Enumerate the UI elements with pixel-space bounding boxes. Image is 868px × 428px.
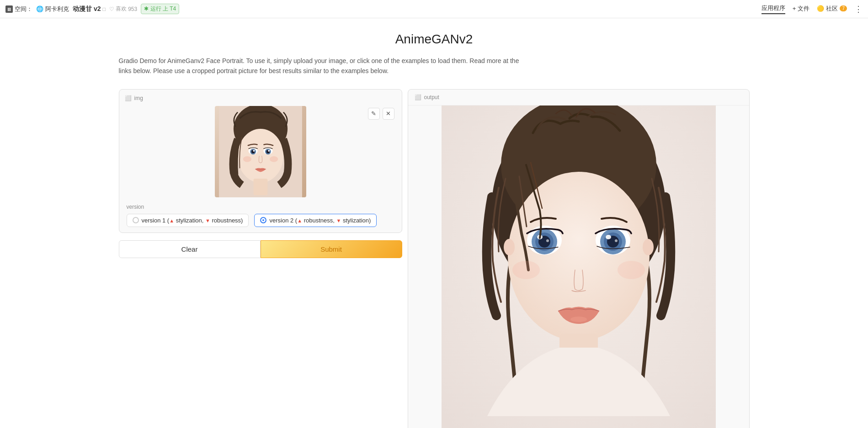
svg-point-34 — [504, 239, 515, 255]
nav-app[interactable]: 应用程序 — [761, 4, 785, 14]
version-radio-group: version 1 (▲ stylization, ▼ robustness) … — [127, 214, 394, 227]
topbar: ▦ 空间： 🌐 阿卡利克 动漫甘 v2 □ ♡ 喜欢 953 ✱ 运行 上 T4… — [0, 0, 868, 18]
img-controls: ✎ ✕ — [368, 108, 394, 120]
input-box-header: ⬜ img — [125, 95, 396, 101]
uploaded-portrait — [215, 106, 306, 197]
svg-point-24 — [546, 239, 549, 242]
user-label: 阿卡利克 — [45, 5, 69, 13]
running-icon: ✱ — [144, 5, 149, 12]
input-label: img — [134, 95, 143, 101]
svg-rect-3 — [253, 179, 267, 195]
page-title: AnimeGANv2 — [119, 32, 750, 47]
clear-button[interactable]: Clear — [119, 240, 261, 258]
panels: ⬜ img — [119, 89, 750, 428]
nav-community-label: 社区 — [826, 5, 838, 13]
community-icon: 🟡 — [817, 5, 824, 12]
user-link[interactable]: 🌐 阿卡利克 — [36, 5, 69, 13]
running-tag: ✱ 运行 上 T4 — [141, 4, 179, 14]
svg-point-33 — [618, 261, 645, 279]
nav-app-label: 应用程序 — [761, 4, 785, 12]
window-icon: □ — [102, 6, 106, 12]
input-box: ⬜ img — [119, 89, 402, 233]
user-globe-icon: 🌐 — [36, 5, 43, 12]
nav-community[interactable]: 🟡 社区 7 — [817, 5, 847, 14]
edit-image-button[interactable]: ✎ — [368, 108, 380, 120]
output-icon: ⬜ — [415, 94, 421, 100]
img-area[interactable]: ✎ ✕ — [125, 106, 396, 197]
svg-point-2 — [238, 129, 283, 183]
nav-file-label: 文件 — [798, 5, 809, 13]
output-img-area — [408, 106, 749, 428]
likes-label: 喜欢 — [116, 5, 127, 13]
version1-label: version 1 (▲ stylization, ▼ robustness) — [142, 217, 243, 224]
svg-point-29 — [606, 235, 611, 239]
version-label: version — [127, 204, 394, 210]
svg-point-35 — [643, 239, 654, 255]
space-label: 空间： — [15, 5, 32, 13]
topbar-left: ▦ 空间： 🌐 阿卡利克 动漫甘 v2 □ ♡ 喜欢 953 ✱ 运行 上 T4 — [5, 4, 179, 14]
space-icon: ▦ — [5, 5, 13, 13]
version-section: version version 1 (▲ stylization, ▼ robu… — [125, 204, 396, 227]
likes-count: 953 — [128, 6, 137, 12]
plus-icon: + — [793, 5, 796, 12]
output-label: output — [424, 94, 439, 100]
likes-section[interactable]: ♡ 喜欢 953 — [109, 5, 137, 13]
output-header: ⬜ output — [408, 90, 749, 106]
anime-output-svg — [408, 106, 749, 428]
version2-radio-dot — [260, 217, 266, 223]
main-content: AnimeGANv2 Gradio Demo for AnimeGanv2 Fa… — [91, 18, 777, 428]
version1-radio-dot — [133, 217, 139, 223]
right-panel: ⬜ output — [408, 89, 750, 428]
space-link[interactable]: ▦ 空间： — [5, 5, 32, 13]
svg-point-32 — [512, 261, 540, 279]
app-link[interactable]: 动漫甘 v2 □ — [73, 5, 106, 13]
version2-label: version 2 (▲ robustness, ▼ stylization) — [269, 217, 371, 224]
running-label: 运行 上 T4 — [150, 5, 176, 12]
left-panel: ⬜ img — [119, 89, 402, 258]
submit-button[interactable]: Submit — [261, 240, 402, 258]
heart-icon: ♡ — [109, 6, 114, 12]
svg-point-31 — [570, 317, 587, 322]
svg-point-30 — [615, 239, 618, 242]
app-label: 动漫甘 v2 — [73, 5, 101, 13]
svg-point-10 — [253, 150, 255, 152]
clear-image-button[interactable]: ✕ — [383, 108, 394, 120]
version2-option[interactable]: version 2 (▲ robustness, ▼ stylization) — [254, 214, 377, 227]
version1-option[interactable]: version 1 (▲ stylization, ▼ robustness) — [127, 214, 249, 227]
more-icon[interactable]: ⋮ — [854, 4, 863, 14]
img-icon: ⬜ — [125, 95, 132, 101]
svg-point-12 — [243, 156, 251, 162]
nav-file[interactable]: + 文件 — [793, 5, 810, 14]
svg-point-11 — [268, 150, 270, 152]
svg-point-13 — [270, 156, 278, 162]
page-description: Gradio Demo for AnimeGanv2 Face Portrait… — [119, 56, 530, 76]
community-badge: 7 — [840, 5, 847, 11]
portrait-svg — [215, 106, 306, 197]
button-row: Clear Submit — [119, 240, 402, 258]
topbar-right: 应用程序 + 文件 🟡 社区 7 ⋮ — [761, 4, 863, 14]
